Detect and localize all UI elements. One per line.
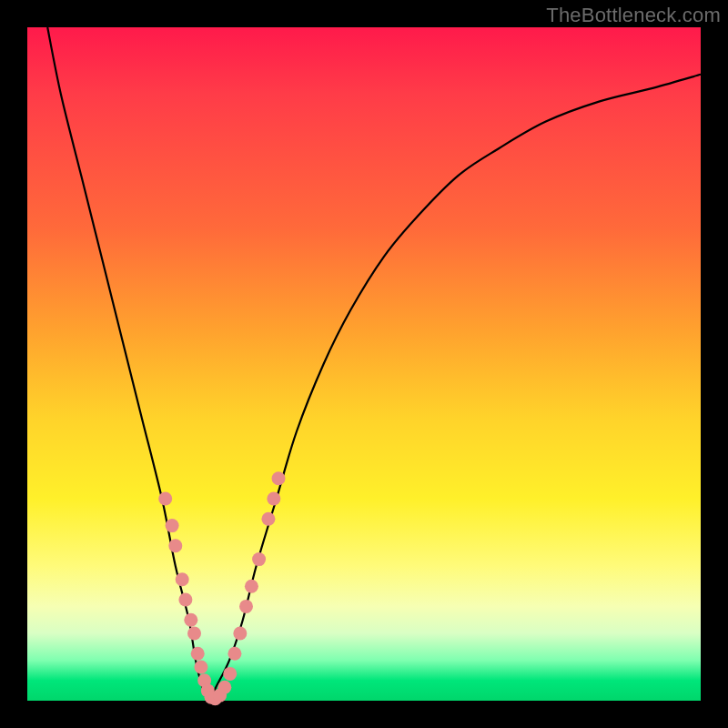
marker-group: [158, 471, 285, 705]
curve-marker: [252, 552, 266, 566]
curve-marker: [272, 471, 286, 485]
bottleneck-curve-svg: [27, 27, 701, 701]
watermark-text: TheBottleneck.com: [546, 4, 721, 27]
chart-frame: TheBottleneck.com: [0, 0, 728, 728]
curve-marker: [217, 681, 231, 694]
curve-marker: [194, 661, 207, 674]
plot-area: [27, 27, 701, 701]
curve-marker: [228, 647, 241, 661]
curve-marker: [168, 539, 182, 552]
curve-marker: [184, 613, 197, 627]
curve-marker: [223, 667, 237, 681]
curve-marker: [245, 580, 258, 593]
curve-marker: [178, 593, 192, 607]
curve-marker: [267, 492, 280, 506]
curve-marker: [158, 492, 172, 506]
curve-marker: [233, 627, 247, 641]
curve-marker: [191, 647, 205, 661]
curve-marker: [166, 519, 179, 532]
curve-marker: [176, 572, 189, 586]
curve-marker: [239, 600, 253, 613]
bottleneck-curve-path: [47, 27, 701, 701]
curve-marker: [187, 627, 201, 641]
curve-marker: [261, 512, 275, 526]
